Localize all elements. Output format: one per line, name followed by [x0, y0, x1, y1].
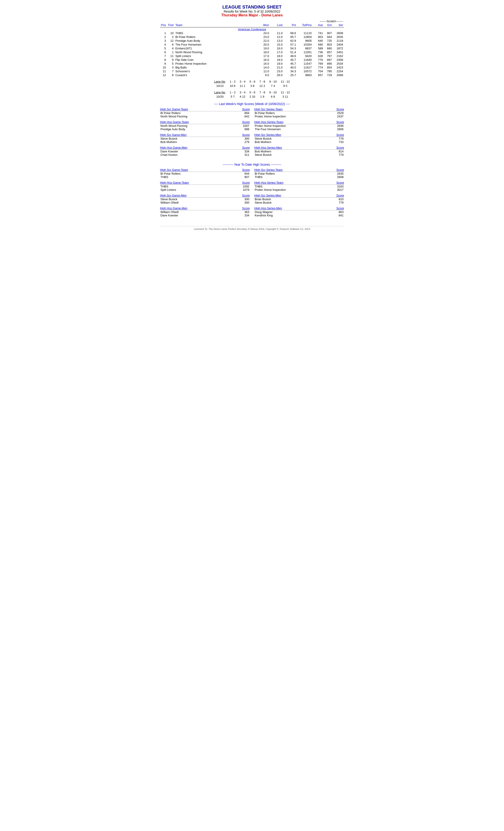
table-row: 4 6 The Four Horsemen 20.0 15.0 57.1 103…: [160, 42, 344, 47]
score-category-score-label: Score: [336, 120, 344, 124]
team-won: 14.0: [257, 65, 270, 69]
score-category-score-label: Score: [336, 133, 344, 137]
team-pct: 62.9: [284, 39, 297, 42]
team-pct: 65.7: [284, 35, 297, 39]
lane-no-label: Lane No: [212, 90, 228, 94]
score-value: 311: [244, 153, 249, 156]
score-category: High Scr Game-Men Score Steve Busick 300…: [160, 133, 250, 144]
score-name: Protec Home Inspection: [255, 188, 286, 192]
score-name: Dave Koester: [160, 214, 178, 217]
team-name: Big Balls: [174, 65, 257, 69]
team-ser: 2254: [333, 69, 344, 73]
team-pos: 1: [160, 31, 167, 35]
team-totpins: 11547: [297, 62, 313, 65]
score-category-score-label: Score: [336, 206, 344, 210]
score-category-header: High Hcp Series-Men Score: [254, 206, 344, 210]
team-totpins: 10354: [297, 42, 313, 47]
score-row: THBS 1092: [160, 185, 250, 188]
team-pos: 11: [160, 69, 167, 73]
team-pct: 68.6: [284, 31, 297, 35]
score-value: 2529: [337, 111, 344, 115]
team-lost: 26.0: [270, 73, 284, 77]
score-category: High Hcp Game-Men Score Dave Koester 334…: [160, 146, 250, 156]
score-value: 779: [338, 153, 344, 156]
score-value: 842: [244, 115, 249, 118]
score-row: Steve Busick 779: [254, 201, 344, 204]
team-tm: 6: [167, 42, 174, 47]
score-category-label: High Scr Game-Men: [160, 133, 186, 137]
lane-range: 3 - 4: [238, 90, 247, 94]
team-ser: 2608: [333, 31, 344, 35]
lane-vals: 6 8: [267, 95, 278, 98]
table-row: 10 3 Big Balls 14.0 21.0 40.0 11617 774 …: [160, 65, 344, 69]
score-category-label: High Scr Game-Men: [160, 194, 186, 197]
lane-date: 10/13: [212, 84, 228, 88]
lane-vals: 11 1: [238, 84, 247, 88]
team-pct: 45.7: [284, 58, 297, 62]
team-ave: 853: [313, 35, 324, 39]
team-totpins: 11115: [297, 31, 313, 35]
lane-vals: 2 10: [248, 95, 257, 98]
score-category-score-label: Score: [242, 146, 250, 149]
lane-assignment-block: Lane No1 - 23 - 45 - 67 - 89 - 1011 - 12…: [160, 79, 344, 88]
score-category: High Hcp Game-Team Score THBS 1092 Split…: [160, 181, 250, 192]
team-ser: 1872: [333, 47, 344, 50]
score-name: Chad Huston: [160, 153, 178, 156]
team-tm: 12: [167, 39, 174, 42]
score-category-header: High Hcp Series-Team Score: [254, 181, 344, 185]
score-row: Steve Busick 300: [160, 137, 250, 140]
team-totpins: 9420: [297, 54, 313, 58]
team-lost: 15.0: [270, 42, 284, 47]
team-won: 16.0: [257, 58, 270, 62]
score-name: Bob Mulhern: [160, 140, 177, 144]
score-value: 2806: [337, 127, 344, 131]
score-category-header: High Hcp Game-Team Score: [160, 181, 250, 185]
team-name: Schooner's: [174, 69, 257, 73]
lane-vals: 7 4: [267, 84, 278, 88]
score-category-score-label: Score: [242, 206, 250, 210]
score-category-header: High Hcp Series-Team Score: [254, 120, 344, 124]
team-ser: 2068: [333, 73, 344, 77]
score-category-header: High Scr Game-Team Score: [160, 168, 250, 172]
team-totpins: 11617: [297, 65, 313, 69]
team-pos: 9: [160, 62, 167, 65]
score-category-score-label: Score: [336, 181, 344, 184]
team-name: Embers1871: [174, 47, 257, 50]
team-name: Split Lickers: [174, 54, 257, 58]
score-name: Brian Busick: [255, 198, 271, 201]
team-pct: 25.7: [284, 73, 297, 77]
score-row: Bob Mulhern 733: [254, 140, 344, 144]
lane-vals: 4 12: [238, 95, 247, 98]
lane-range: 11 - 12: [279, 80, 292, 84]
team-tm: 1: [167, 50, 174, 54]
score-value: 300: [244, 137, 249, 140]
page-subtitle: Results for Week No. 5 of 32 10/06/2022: [160, 10, 344, 13]
scratch-header: --------Scratch--------: [160, 20, 344, 23]
score-name: Doug Wagner: [255, 210, 273, 214]
score-category-label: High Scr Series-Men: [254, 133, 281, 137]
team-tm: 2: [167, 35, 174, 39]
footer: Licensed To: The Dome Lanes Perfect Secr…: [160, 226, 344, 230]
score-category-label: High Scr Game-Team: [160, 108, 188, 111]
score-value: 814: [338, 150, 344, 153]
team-ave: 769: [313, 62, 324, 65]
score-row: Brian Busick 810: [254, 198, 344, 201]
score-name: THBS: [255, 185, 263, 188]
score-row: Steve Busick 779: [254, 153, 344, 156]
score-category-score-label: Score: [242, 108, 250, 111]
score-row: Kendrick King 841: [254, 214, 344, 217]
score-row: Prestige Auto Body 998: [160, 127, 250, 131]
score-row: North Wood Flooring 1007: [160, 124, 250, 127]
score-name: Protec Home Inspection: [255, 115, 286, 118]
score-category-score-label: Score: [242, 194, 250, 197]
team-pos: 6: [160, 50, 167, 54]
team-gm: 854: [324, 65, 333, 69]
lane-vals: 3 11: [279, 95, 292, 98]
team-totpins: 10572: [297, 69, 313, 73]
team-tm: 11: [167, 54, 174, 58]
table-row: 3 12 Prestige Auto Body 22.0 13.0 62.9 9…: [160, 39, 344, 42]
team-pct: 57.1: [284, 42, 297, 47]
team-ave: 589: [313, 47, 324, 50]
score-category-header: High Scr Series-Team Score: [254, 108, 344, 111]
score-category-header: High Scr Series-Men Score: [254, 194, 344, 198]
